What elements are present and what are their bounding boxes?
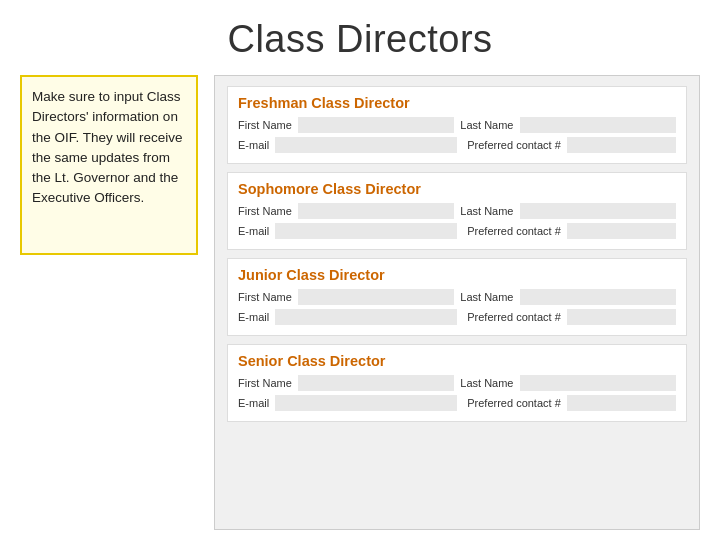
- junior-preferred-input[interactable]: [567, 309, 676, 325]
- sophomore-preferred-label: Preferred contact #: [467, 225, 561, 237]
- senior-preferred-input[interactable]: [567, 395, 676, 411]
- page: Class Directors Make sure to input Class…: [0, 0, 720, 540]
- junior-email-input[interactable]: [275, 309, 457, 325]
- senior-row2: E-mail Preferred contact #: [238, 395, 676, 411]
- sophomore-row2: E-mail Preferred contact #: [238, 223, 676, 239]
- senior-row1: First Name Last Name: [238, 375, 676, 391]
- freshman-title: Freshman Class Director: [238, 95, 676, 111]
- sophomore-first-name-label: First Name: [238, 205, 292, 217]
- senior-last-name-label: Last Name: [460, 377, 513, 389]
- freshman-row1: First Name Last Name: [238, 117, 676, 133]
- content-row: Make sure to input Class Directors' info…: [20, 75, 700, 530]
- junior-row2: E-mail Preferred contact #: [238, 309, 676, 325]
- freshman-preferred-input[interactable]: [567, 137, 676, 153]
- page-title: Class Directors: [227, 18, 492, 61]
- junior-first-name-label: First Name: [238, 291, 292, 303]
- freshman-row2: E-mail Preferred contact #: [238, 137, 676, 153]
- junior-first-name-input[interactable]: [298, 289, 455, 305]
- freshman-preferred-label: Preferred contact #: [467, 139, 561, 151]
- freshman-first-name-label: First Name: [238, 119, 292, 131]
- freshman-section: Freshman Class Director First Name Last …: [227, 86, 687, 164]
- senior-last-name-input[interactable]: [520, 375, 677, 391]
- senior-first-name-input[interactable]: [298, 375, 455, 391]
- sophomore-email-input[interactable]: [275, 223, 457, 239]
- junior-title: Junior Class Director: [238, 267, 676, 283]
- sophomore-first-name-input[interactable]: [298, 203, 455, 219]
- sophomore-preferred-input[interactable]: [567, 223, 676, 239]
- senior-email-label: E-mail: [238, 397, 269, 409]
- note-text: Make sure to input Class Directors' info…: [32, 89, 183, 205]
- freshman-email-input[interactable]: [275, 137, 457, 153]
- junior-row1: First Name Last Name: [238, 289, 676, 305]
- senior-first-name-label: First Name: [238, 377, 292, 389]
- sophomore-section: Sophomore Class Director First Name Last…: [227, 172, 687, 250]
- note-box: Make sure to input Class Directors' info…: [20, 75, 198, 255]
- junior-last-name-label: Last Name: [460, 291, 513, 303]
- sophomore-last-name-input[interactable]: [520, 203, 677, 219]
- junior-preferred-label: Preferred contact #: [467, 311, 561, 323]
- junior-last-name-input[interactable]: [520, 289, 677, 305]
- freshman-email-label: E-mail: [238, 139, 269, 151]
- sophomore-last-name-label: Last Name: [460, 205, 513, 217]
- senior-email-input[interactable]: [275, 395, 457, 411]
- senior-section: Senior Class Director First Name Last Na…: [227, 344, 687, 422]
- junior-section: Junior Class Director First Name Last Na…: [227, 258, 687, 336]
- freshman-first-name-input[interactable]: [298, 117, 455, 133]
- form-area: Freshman Class Director First Name Last …: [214, 75, 700, 530]
- junior-email-label: E-mail: [238, 311, 269, 323]
- freshman-last-name-input[interactable]: [520, 117, 677, 133]
- sophomore-title: Sophomore Class Director: [238, 181, 676, 197]
- sophomore-row1: First Name Last Name: [238, 203, 676, 219]
- sophomore-email-label: E-mail: [238, 225, 269, 237]
- senior-title: Senior Class Director: [238, 353, 676, 369]
- freshman-last-name-label: Last Name: [460, 119, 513, 131]
- senior-preferred-label: Preferred contact #: [467, 397, 561, 409]
